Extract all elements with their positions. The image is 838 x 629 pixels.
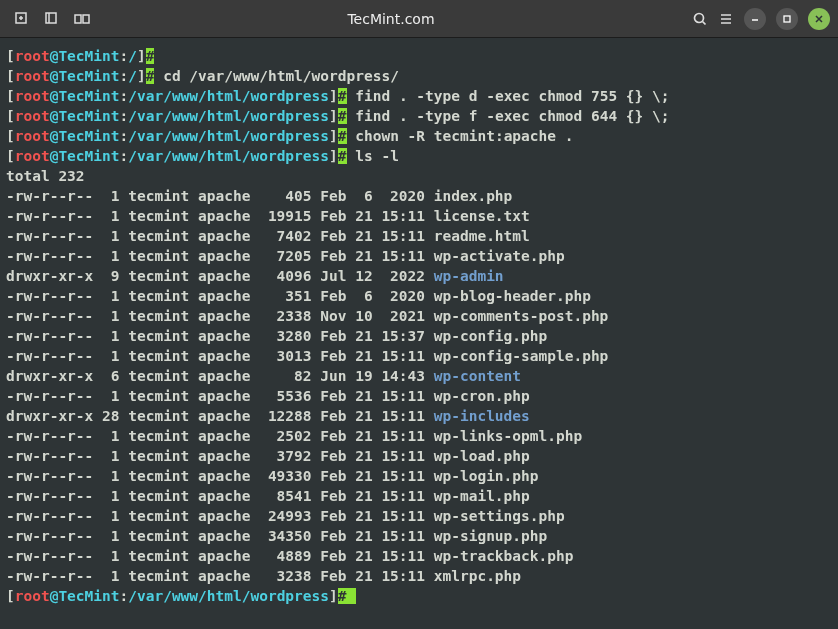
- file-row: -rw-r--r-- 1 tecmint apache 8541 Feb 21 …: [6, 486, 832, 506]
- file-row: -rw-r--r-- 1 tecmint apache 24993 Feb 21…: [6, 506, 832, 526]
- file-row: drwxr-xr-x 9 tecmint apache 4096 Jul 12 …: [6, 266, 832, 286]
- titlebar: TecMint.com: [0, 0, 838, 38]
- file-row: -rw-r--r-- 1 tecmint apache 7402 Feb 21 …: [6, 226, 832, 246]
- titlebar-right-controls: [692, 8, 830, 30]
- svg-rect-5: [784, 16, 790, 22]
- prompt-line: [root@TecMint:/var/www/html/wordpress]# …: [6, 126, 832, 146]
- prompt-line: [root@TecMint:/var/www/html/wordpress]# …: [6, 86, 832, 106]
- file-row: -rw-r--r-- 1 tecmint apache 34350 Feb 21…: [6, 526, 832, 546]
- prompt-line: [root@TecMint:/]# cd /var/www/html/wordp…: [6, 66, 832, 86]
- menu-icon[interactable]: [718, 11, 734, 27]
- file-row: -rw-r--r-- 1 tecmint apache 3013 Feb 21 …: [6, 346, 832, 366]
- file-row: -rw-r--r-- 1 tecmint apache 4889 Feb 21 …: [6, 546, 832, 566]
- prompt-line: [root@TecMint:/]#: [6, 46, 832, 66]
- total-line: total 232: [6, 166, 832, 186]
- file-row: drwxr-xr-x 28 tecmint apache 12288 Feb 2…: [6, 406, 832, 426]
- svg-point-4: [695, 13, 704, 22]
- file-row: -rw-r--r-- 1 tecmint apache 3792 Feb 21 …: [6, 446, 832, 466]
- window-title: TecMint.com: [102, 9, 680, 29]
- file-row: -rw-r--r-- 1 tecmint apache 3280 Feb 21 …: [6, 326, 832, 346]
- terminal-output[interactable]: [root@TecMint:/]#[root@TecMint:/]# cd /v…: [0, 38, 838, 614]
- prompt-line: [root@TecMint:/var/www/html/wordpress]#: [6, 586, 832, 606]
- prompt-line: [root@TecMint:/var/www/html/wordpress]# …: [6, 146, 832, 166]
- file-row: -rw-r--r-- 1 tecmint apache 351 Feb 6 20…: [6, 286, 832, 306]
- file-row: -rw-r--r-- 1 tecmint apache 405 Feb 6 20…: [6, 186, 832, 206]
- file-row: -rw-r--r-- 1 tecmint apache 2338 Nov 10 …: [6, 306, 832, 326]
- minimize-button[interactable]: [744, 8, 766, 30]
- file-row: -rw-r--r-- 1 tecmint apache 3238 Feb 21 …: [6, 566, 832, 586]
- search-icon[interactable]: [692, 11, 708, 27]
- cursor: [347, 588, 356, 604]
- svg-rect-2: [75, 15, 81, 23]
- new-window-icon[interactable]: [44, 11, 60, 27]
- file-row: -rw-r--r-- 1 tecmint apache 7205 Feb 21 …: [6, 246, 832, 266]
- prompt-line: [root@TecMint:/var/www/html/wordpress]# …: [6, 106, 832, 126]
- file-row: drwxr-xr-x 6 tecmint apache 82 Jun 19 14…: [6, 366, 832, 386]
- new-tab-icon[interactable]: [14, 11, 30, 27]
- maximize-button[interactable]: [776, 8, 798, 30]
- svg-rect-1: [46, 13, 56, 23]
- close-button[interactable]: [808, 8, 830, 30]
- file-row: -rw-r--r-- 1 tecmint apache 49330 Feb 21…: [6, 466, 832, 486]
- file-row: -rw-r--r-- 1 tecmint apache 5536 Feb 21 …: [6, 386, 832, 406]
- svg-rect-3: [83, 15, 89, 23]
- titlebar-left-controls: [8, 11, 90, 27]
- split-icon[interactable]: [74, 11, 90, 27]
- file-row: -rw-r--r-- 1 tecmint apache 19915 Feb 21…: [6, 206, 832, 226]
- file-row: -rw-r--r-- 1 tecmint apache 2502 Feb 21 …: [6, 426, 832, 446]
